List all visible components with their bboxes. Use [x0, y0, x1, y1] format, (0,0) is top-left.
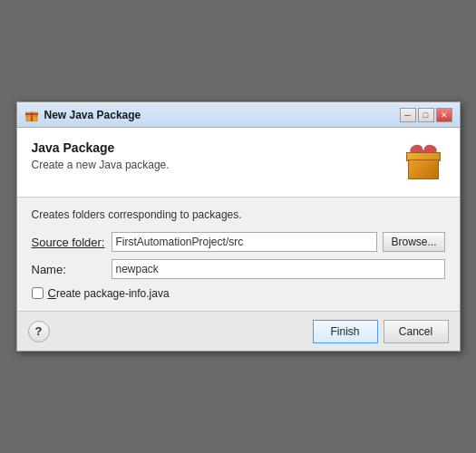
browse-button[interactable]: Browse...: [383, 232, 444, 252]
cancel-button[interactable]: Cancel: [384, 320, 449, 343]
footer-section: ? Finish Cancel: [17, 311, 460, 351]
window-icon: [24, 108, 39, 122]
body-section: Creates folders corresponding to package…: [17, 198, 460, 311]
name-label-text: Name:: [32, 263, 66, 276]
finish-button[interactable]: Finish: [313, 320, 378, 343]
title-bar: New Java Package ─ □ ✕: [17, 102, 460, 128]
header-subtitle: Create a new Java package.: [32, 159, 170, 171]
create-package-info-checkbox[interactable]: [32, 287, 44, 299]
help-button[interactable]: ?: [28, 321, 50, 342]
title-bar-left: New Java Package: [24, 108, 141, 122]
maximize-button[interactable]: □: [418, 108, 434, 122]
name-row: Name:: [32, 259, 445, 279]
info-text: Creates folders corresponding to package…: [32, 208, 445, 221]
name-label: Name:: [32, 263, 112, 276]
window-title: New Java Package: [44, 109, 141, 121]
header-icon-area: [402, 140, 445, 184]
source-folder-label-text: Source folder:: [32, 236, 105, 249]
create-package-info-label[interactable]: Create package-info.java: [48, 286, 170, 300]
svg-rect-3: [25, 113, 38, 115]
source-folder-input[interactable]: [112, 232, 378, 252]
title-bar-controls: ─ □ ✕: [400, 108, 452, 122]
checkbox-row: Create package-info.java: [32, 286, 445, 300]
dialog-window: New Java Package ─ □ ✕ Java Package Crea…: [16, 101, 461, 352]
source-folder-label: Source folder:: [32, 236, 112, 249]
dialog-content: Java Package Create a new Java package. …: [17, 128, 460, 351]
name-input[interactable]: [112, 259, 445, 279]
close-button[interactable]: ✕: [436, 108, 452, 122]
header-text: Java Package Create a new Java package.: [32, 140, 170, 171]
footer-buttons: Finish Cancel: [313, 320, 449, 343]
gift-icon: [406, 145, 441, 179]
source-folder-row: Source folder: Browse...: [32, 232, 445, 252]
header-title: Java Package: [32, 140, 170, 155]
header-section: Java Package Create a new Java package.: [17, 128, 460, 198]
minimize-button[interactable]: ─: [400, 108, 416, 122]
